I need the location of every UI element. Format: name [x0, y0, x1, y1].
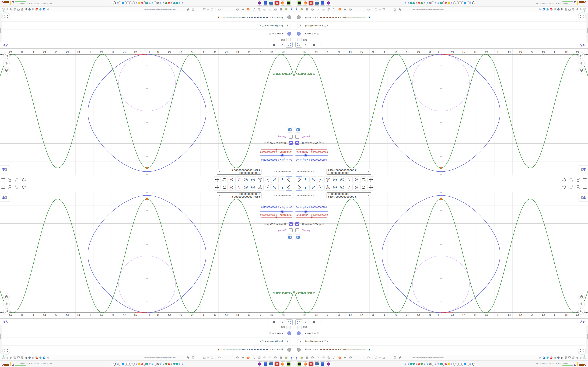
curvature-function-input[interactable]: 1.000000000000 + cos(4.000000000000 x) [217, 169, 261, 175]
wrench-icon[interactable] [333, 356, 336, 359]
visibility-toggle-empty[interactable] [287, 340, 291, 343]
tangents-tool[interactable] [317, 176, 324, 183]
trash-icon[interactable] [32, 356, 35, 359]
collapse-list-button[interactable]: − [297, 38, 302, 42]
scrollbar[interactable] [587, 13, 588, 42]
visibility-toggle-gray[interactable] [287, 15, 291, 19]
tab-favicon[interactable] [124, 363, 127, 366]
globe-icon[interactable] [258, 356, 261, 359]
algebra-panel-toggle-button[interactable] [579, 194, 588, 202]
algebra-row-1[interactable]: funcNames = {" "}⋮ [294, 337, 588, 345]
wrench-icon[interactable] [252, 8, 255, 11]
tab-favicon[interactable]: Я [168, 363, 170, 365]
tracing-checkbox[interactable] [295, 228, 299, 232]
shield-teal-icon[interactable] [39, 356, 42, 359]
tab-overflow-caret[interactable]: ^ [585, 358, 586, 360]
zoom-out-button[interactable] [3, 308, 9, 314]
shield-icon[interactable] [192, 356, 195, 359]
shield-icon[interactable] [192, 8, 195, 11]
plus-icon[interactable]: + [43, 356, 46, 359]
globe-icon[interactable] [349, 8, 352, 11]
tab-favicon[interactable] [113, 1, 116, 4]
drive-extension-button[interactable] [297, 0, 302, 6]
circle-icon[interactable] [218, 8, 221, 11]
redo-button[interactable] [14, 185, 19, 189]
dot-small-icon[interactable] [214, 356, 217, 359]
algebra-row-1[interactable]: funcNames = {" "}⋮ [0, 337, 294, 345]
tracing-checkbox[interactable] [289, 135, 293, 139]
tab-favicon[interactable] [129, 1, 132, 4]
tab-favicon[interactable] [127, 363, 130, 366]
arc-position-point[interactable] [441, 312, 442, 313]
tab-favicon[interactable]: i [143, 1, 146, 4]
arc-position-slider-knob[interactable] [276, 217, 277, 218]
tab-overflow-caret[interactable]: ^ [2, 358, 3, 360]
curvature-value-point[interactable] [146, 198, 148, 200]
circle-icon[interactable] [375, 8, 378, 11]
more-options-button[interactable]: ⋮ [266, 319, 269, 325]
mask-extension-button[interactable]: ☾ [257, 0, 262, 6]
tab-favicon[interactable]: G [116, 363, 119, 365]
angle-tool[interactable]: α [235, 176, 242, 183]
slider-tool[interactable]: a = 2 [360, 176, 367, 183]
curvature-tangent-checkbox[interactable] [295, 141, 299, 145]
monitor-extension-button[interactable] [269, 361, 274, 367]
algebra-row-0[interactable]: curves = {}⋮ [294, 329, 588, 337]
tab-favicon[interactable]: W [429, 363, 431, 365]
settings-red-extension-button[interactable]: ✸ [274, 361, 280, 367]
wrench-icon[interactable] [252, 356, 255, 359]
curvature-function-input[interactable]: 1.000000000000 + cos(4.000000000000 x) [327, 169, 371, 175]
tab-favicon[interactable] [461, 1, 464, 4]
tab-favicon[interactable] [173, 363, 176, 365]
tab-favicon[interactable]: G [407, 2, 410, 4]
arc-position-slider-knob[interactable] [276, 149, 277, 150]
shield-gray-icon[interactable] [568, 356, 571, 359]
reflect-about-line-tool[interactable] [353, 176, 360, 183]
menu-button[interactable] [583, 186, 587, 189]
collapse-list-button[interactable]: − [286, 38, 291, 42]
undo-button[interactable] [22, 185, 26, 189]
tab-favicon[interactable] [467, 1, 470, 4]
monitor-extension-button[interactable] [314, 361, 319, 367]
shield-teal-icon[interactable] [546, 8, 549, 11]
globe-icon[interactable] [327, 8, 330, 11]
tab-favicon[interactable]: G [469, 363, 472, 365]
circle-icon[interactable] [367, 8, 370, 11]
tab-favicon[interactable] [119, 363, 121, 366]
tab-favicon[interactable]: f [111, 363, 113, 365]
visibility-toggle-gray[interactable] [297, 15, 301, 19]
arc-position-point[interactable] [146, 312, 147, 313]
show-auxiliary-fx-button[interactable]: fx [279, 319, 285, 325]
move-tool[interactable] [285, 184, 292, 191]
settings-button[interactable] [311, 319, 317, 325]
tab-favicon[interactable] [127, 1, 130, 4]
arrow-left-icon[interactable]: ← [388, 356, 391, 359]
globe-icon[interactable] [311, 8, 314, 11]
fullscreen-button[interactable] [2, 13, 10, 20]
dot-small-icon[interactable] [222, 356, 225, 359]
tab-favicon[interactable] [456, 1, 459, 4]
graphics-view[interactable]: -2.4-2.2-2-1.8-1.6-1.4-1.2-1-0.8-0.6-0.4… [294, 49, 588, 175]
lock-icon[interactable] [186, 8, 189, 11]
scrollbar[interactable] [0, 325, 1, 354]
tab-favicon[interactable] [431, 363, 434, 366]
tab-favicon[interactable]: W [157, 363, 159, 365]
tab-overflow-caret[interactable]: ^ [2, 7, 3, 9]
tangents-tool[interactable] [264, 184, 271, 191]
tracing-checkbox[interactable] [289, 228, 293, 232]
tab-favicon[interactable]: G [159, 363, 162, 365]
curvature-tangent-checkbox[interactable] [289, 141, 293, 145]
tab-favicon[interactable] [413, 2, 415, 4]
tab-favicon[interactable] [456, 363, 459, 366]
gear-icon[interactable] [46, 8, 49, 11]
gear-icon[interactable] [539, 8, 542, 11]
bin-icon[interactable] [24, 356, 27, 359]
algebra-row-2[interactable]: funcs = {1.000000000000 + cos(4.00000000… [294, 345, 588, 354]
tab-favicon[interactable]: i [442, 363, 445, 366]
play-button[interactable] [295, 234, 301, 240]
globe-gray-icon[interactable] [572, 8, 575, 11]
tab-favicon[interactable]: i [143, 363, 146, 366]
algebra-row-0[interactable]: curves = {}⋮ [0, 30, 294, 38]
chevron-down-icon[interactable] [218, 171, 221, 173]
tab-favicon[interactable]: G [450, 363, 453, 365]
